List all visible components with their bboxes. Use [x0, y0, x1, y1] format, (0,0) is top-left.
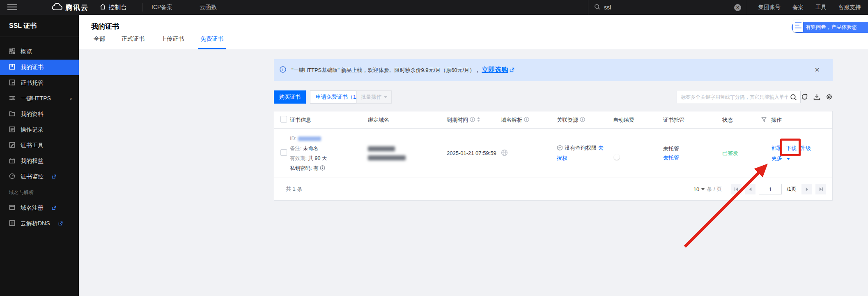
content-area: "一键HTTPS基础版" 新品上线，欢迎体验。限时秒杀价9.9元/月（原60元/…: [274, 59, 833, 81]
banner-text: "一键HTTPS基础版" 新品上线，欢迎体验。限时秒杀价9.9元/月（原60元/…: [292, 67, 480, 74]
hosting-icon: [9, 79, 15, 87]
topbar-divider: [142, 3, 142, 12]
sidebar-section-label: 域名与解析: [0, 185, 79, 200]
select-all-checkbox[interactable]: [280, 116, 287, 123]
topnav-support[interactable]: 客服支持: [838, 4, 861, 11]
browser-icon: [9, 204, 15, 212]
info-circle-icon[interactable]: [524, 117, 529, 123]
col-bound-domain: 绑定域名: [368, 116, 389, 124]
grid-icon: [9, 48, 15, 56]
download-icon[interactable]: [813, 93, 820, 102]
home-icon: [100, 4, 106, 11]
tencent-cloud-logo[interactable]: 腾讯云: [52, 0, 89, 15]
prev-page-button[interactable]: [745, 184, 755, 194]
hamburger-menu-icon[interactable]: [7, 4, 17, 11]
chevron-down-icon: ∨: [69, 97, 72, 101]
next-page-button[interactable]: [801, 184, 812, 194]
info-circle-icon[interactable]: [580, 117, 585, 123]
promo-text: 有奖问卷，产品体验您: [806, 24, 857, 31]
sidebar-item-one-click-https[interactable]: 一键HTTPS ∨: [0, 91, 79, 106]
sidebar-item-dns[interactable]: 云解析DNS: [0, 216, 79, 231]
table-search-input[interactable]: [681, 94, 788, 100]
buy-certificate-button[interactable]: 购买证书: [274, 90, 306, 104]
col-cert-hosting: 证书托管: [663, 116, 684, 124]
resource-status-text: 没有查询权限: [565, 145, 597, 151]
topbar-search-input[interactable]: [604, 4, 730, 11]
table-row: ID: 备注: 未命名 有效期: 共 90 天 私钥密码: 有 2025-01-…: [274, 129, 832, 178]
tab-free-certs[interactable]: 免费证书: [198, 35, 226, 49]
redacted-domain-line1: [368, 146, 395, 151]
per-page-select[interactable]: 10 条 / 页: [693, 185, 722, 193]
validity-value: 共 90 天: [308, 155, 327, 161]
page-title: 我的证书: [91, 22, 119, 31]
topnav-beian[interactable]: 备案: [792, 4, 804, 11]
topnav-org-account[interactable]: 集团账号: [758, 4, 781, 11]
topnav-tools[interactable]: 工具: [815, 4, 827, 11]
col-expire-time: 到期时间: [447, 116, 468, 124]
globe-icon[interactable]: [501, 151, 508, 157]
sidebar-item-cert-monitor[interactable]: 证书监控: [0, 169, 79, 185]
gauge-icon: [9, 173, 15, 180]
redacted-cert-id: [298, 136, 321, 141]
per-page-unit: 条 / 页: [707, 185, 722, 193]
sidebar: SSL 证书 概览 我的证书 证书托管 一键HTTPS ∨ 我的资料 操作记录: [0, 15, 79, 296]
deploy-link[interactable]: 部署: [772, 145, 782, 151]
table-header-row: 证书信息 绑定域名 到期时间 域名解析 关联资源 自动续费 证书托管 状态 操作: [274, 111, 832, 129]
redacted-domain-line2: [368, 155, 406, 160]
sidebar-item-cert-hosting[interactable]: 证书托管: [0, 75, 79, 91]
certificate-icon: [9, 64, 15, 71]
private-key-label: 私钥密码:: [290, 165, 312, 171]
upgrade-link[interactable]: 升级: [800, 145, 811, 151]
sidebar-item-my-profile[interactable]: 我的资料: [0, 106, 79, 122]
download-link[interactable]: 下载: [786, 145, 797, 151]
page-header: 我的证书 全部 正式证书 上传证书 免费证书: [79, 15, 868, 49]
tab-paid-certs[interactable]: 正式证书: [119, 35, 147, 49]
dns-icon: [9, 220, 15, 227]
pagination-bar: 共 1 条 10 条 / 页 /1页: [274, 178, 832, 200]
private-key-value: 有: [313, 165, 319, 171]
note-label: 备注:: [290, 146, 301, 151]
chevron-down-icon: [384, 96, 387, 98]
total-count: 共 1 条: [286, 185, 302, 193]
page-number-input[interactable]: [759, 184, 782, 194]
sidebar-item-my-certificates[interactable]: 我的证书: [0, 60, 79, 75]
filter-funnel-icon[interactable]: [761, 117, 767, 123]
info-circle-icon[interactable]: [320, 166, 325, 172]
sidebar-item-operation-log[interactable]: 操作记录: [0, 122, 79, 138]
first-page-button[interactable]: [731, 184, 742, 194]
info-circle-icon[interactable]: [470, 117, 475, 123]
topbar-right-nav: 集团账号 备案 工具 客服支持: [747, 0, 868, 15]
folder-icon: [9, 111, 15, 118]
topnav-console[interactable]: 控制台: [100, 0, 127, 15]
sidebar-title: SSL 证书: [0, 15, 79, 37]
banner-close-icon[interactable]: ✕: [813, 66, 821, 74]
status-badge: 已签发: [722, 150, 738, 156]
gear-icon[interactable]: [826, 93, 833, 102]
logo-text: 腾讯云: [65, 3, 89, 12]
validity-label: 有效期:: [290, 155, 307, 161]
batch-operation-button[interactable]: 批量操作: [356, 90, 392, 104]
sort-icon[interactable]: [477, 117, 480, 123]
banner-buy-link[interactable]: 立即选购: [482, 66, 508, 74]
topnav-scf[interactable]: 云函数: [200, 0, 217, 15]
sidebar-item-domain-registration[interactable]: 域名注册: [0, 200, 79, 216]
row-checkbox[interactable]: [280, 149, 287, 156]
sidebar-item-my-benefits[interactable]: 我的权益: [0, 153, 79, 169]
sidebar-item-overview[interactable]: 概览: [0, 44, 79, 60]
cloud-logo-icon: [52, 3, 62, 12]
search-icon[interactable]: [790, 94, 797, 102]
go-hosting-link[interactable]: 去托管: [663, 153, 722, 162]
survey-promo-badge[interactable]: 有奖问卷，产品体验您: [792, 21, 868, 33]
refresh-icon[interactable]: [801, 93, 808, 102]
note-value: 未命名: [303, 146, 319, 151]
topnav-icp[interactable]: ICP备案: [152, 0, 172, 15]
toolbar: 购买证书 申请免费证书（1/50） 批量操作: [274, 90, 833, 104]
chevron-down-icon: [701, 188, 705, 190]
tab-uploaded-certs[interactable]: 上传证书: [158, 35, 186, 49]
sidebar-item-cert-tools[interactable]: 证书工具: [0, 138, 79, 153]
clear-search-icon[interactable]: ✕: [734, 4, 741, 11]
external-link-icon: [510, 67, 514, 74]
last-page-button[interactable]: [815, 184, 826, 194]
more-link[interactable]: 更多: [772, 155, 782, 161]
tab-all[interactable]: 全部: [91, 35, 108, 49]
